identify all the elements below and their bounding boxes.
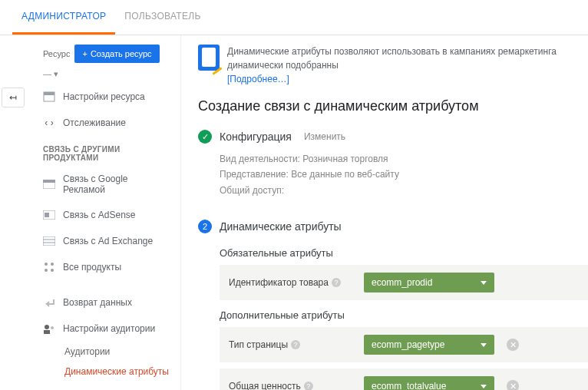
create-resource-button[interactable]: + Создать ресурс — [74, 45, 159, 63]
sidebar-item-label: Все продукты — [63, 262, 121, 273]
svg-rect-1 — [44, 92, 55, 95]
sidebar-item-label: Связь с AdSense — [63, 210, 136, 220]
ad-exchange-icon — [43, 235, 55, 247]
top-tabs: АДМИНИСТРАТОР ПОЛЬЗОВАТЕЛЬ — [0, 0, 588, 35]
step2-title: Динамические атрибуты — [220, 220, 342, 233]
sidebar-sub-audiences[interactable]: Аудитории — [0, 342, 180, 362]
sidebar: Ресурс + Создать ресурс — ▾ Настройки ре… — [0, 35, 181, 390]
svg-rect-5 — [45, 213, 49, 217]
sidebar-item-label: Связь с Ad Exchange — [63, 236, 153, 246]
svg-point-13 — [45, 325, 49, 329]
sidebar-item-adsense[interactable]: Связь с AdSense — [0, 202, 180, 228]
learn-more-link[interactable]: [Подробнее…] — [227, 74, 289, 84]
check-icon: ✓ — [198, 130, 212, 144]
grid-icon — [43, 261, 55, 273]
audience-icon — [43, 322, 55, 335]
edit-configuration-link[interactable]: Изменить — [304, 131, 345, 142]
sidebar-item-label: Отслеживание — [63, 117, 126, 128]
return-icon — [43, 296, 55, 309]
sidebar-item-label: Настройки аудитории — [63, 323, 155, 334]
summary-view: Представление: Все данные по веб-сайту — [220, 167, 576, 182]
sidebar-item-tracking[interactable]: ‹ › Отслеживание — [0, 110, 180, 136]
help-icon[interactable]: ? — [304, 382, 313, 390]
adsense-icon — [43, 209, 55, 221]
main-content: Динамические атрибуты позволяют использо… — [181, 35, 588, 390]
code-icon: ‹ › — [43, 117, 55, 129]
svg-rect-6 — [43, 236, 55, 246]
tab-admin[interactable]: АДМИНИСТРАТОР — [12, 0, 115, 35]
tab-user[interactable]: ПОЛЬЗОВАТЕЛЬ — [115, 0, 210, 35]
sidebar-sub-dynamic-attributes[interactable]: Динамические атрибуты — [0, 362, 180, 382]
sidebar-item-audience-settings[interactable]: Настройки аудитории — [0, 316, 180, 342]
dropdown-pagetype[interactable]: ecomm_pagetype — [364, 335, 494, 355]
clipboard-icon — [198, 45, 220, 71]
resource-selector[interactable]: — ▾ — [0, 69, 180, 84]
sidebar-item-property-settings[interactable]: Настройки ресурса — [0, 84, 180, 110]
svg-rect-3 — [43, 180, 55, 183]
sidebar-item-label: Связь с Google Рекламой — [63, 174, 171, 195]
attr-row-totalvalue: Общая ценность ? ecomm_totalvalue ✕ — [220, 369, 588, 390]
intro-text: Динамические атрибуты позволяют использо… — [227, 46, 557, 71]
sidebar-item-google-ads[interactable]: Связь с Google Рекламой — [0, 167, 180, 202]
optional-attributes-heading: Дополнительные атрибуты — [220, 309, 576, 321]
attr-label-prodid: Идентификатор товара — [229, 277, 329, 288]
summary-sharing: Общий доступ: — [220, 183, 576, 198]
sidebar-item-custom-definitions[interactable]: Dd Пользовательские — [0, 382, 180, 390]
required-attributes-heading: Обязательные атрибуты — [220, 247, 576, 259]
dropdown-prodid[interactable]: ecomm_prodid — [364, 273, 494, 292]
remove-pagetype-button[interactable]: ✕ — [507, 339, 519, 351]
dropdown-totalvalue[interactable]: ecomm_totalvalue — [364, 376, 494, 390]
sidebar-item-all-products[interactable]: Все продукты — [0, 254, 180, 280]
attr-label-totalvalue: Общая ценность — [229, 381, 301, 390]
sidebar-item-label: Настройки ресурса — [63, 91, 145, 102]
attr-row-prodid: Идентификатор товара ? ecomm_prodid — [220, 265, 588, 300]
chevron-down-icon — [481, 343, 487, 347]
settings-box-icon — [43, 91, 55, 103]
sidebar-item-ad-exchange[interactable]: Связь с Ad Exchange — [0, 228, 180, 254]
step-configuration: ✓ Конфигурация Изменить Вид деятельности… — [198, 125, 576, 203]
sidebar-item-label: Возврат данных — [63, 297, 132, 308]
svg-point-11 — [45, 269, 48, 272]
help-icon[interactable]: ? — [332, 278, 341, 287]
step1-title: Конфигурация — [220, 131, 292, 143]
summary-business-type: Вид деятельности: Розничная торговля — [220, 151, 576, 167]
attr-row-pagetype: Тип страницы ? ecomm_pagetype ✕ — [220, 327, 588, 362]
resource-label: Ресурс — [43, 49, 70, 58]
sidebar-item-postbacks[interactable]: Возврат данных — [0, 289, 180, 316]
plus-icon: + — [82, 49, 87, 58]
chevron-down-icon — [481, 385, 487, 388]
page-title: Создание связи с динамическим атрибутом — [198, 98, 576, 114]
svg-point-9 — [45, 263, 48, 266]
step2-badge: 2 — [198, 220, 212, 233]
help-icon[interactable]: ? — [291, 340, 300, 349]
svg-point-12 — [51, 269, 54, 272]
svg-point-15 — [51, 326, 54, 329]
step-dynamic-attributes: 2 Динамические атрибуты Обязательные атр… — [198, 215, 576, 390]
remove-totalvalue-button[interactable]: ✕ — [507, 380, 519, 390]
sidebar-heading-product-links: СВЯЗЬ С ДРУГИМИ ПРОДУКТАМИ — [0, 136, 180, 167]
svg-point-10 — [51, 263, 54, 266]
attr-label-pagetype: Тип страницы — [229, 339, 288, 350]
chevron-down-icon — [481, 281, 487, 285]
ads-icon — [43, 178, 55, 190]
svg-rect-14 — [44, 330, 50, 334]
back-button[interactable]: ↤ — [2, 88, 25, 107]
